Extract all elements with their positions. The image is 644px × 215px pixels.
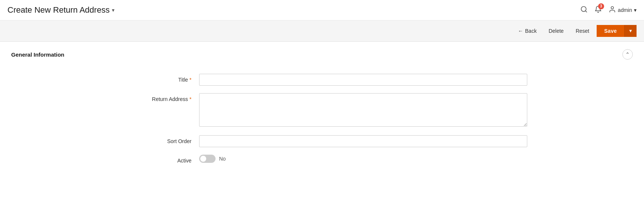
top-header: Create New Return Address ▾ 3 admin ▾ — [0, 0, 644, 20]
toggle-row: No — [199, 155, 527, 163]
save-dropdown-button[interactable]: ▼ — [624, 25, 637, 37]
section-title: General Information — [11, 51, 65, 58]
sort-order-label: Sort Order — [117, 135, 199, 144]
sort-order-row: Sort Order — [117, 135, 527, 147]
return-address-required-star: * — [189, 96, 191, 102]
title-input-wrapper — [199, 74, 527, 86]
page-title: Create New Return Address ▾ — [7, 5, 114, 15]
toolbar: ← Back Delete Reset Save ▼ — [0, 20, 644, 42]
page-title-text: Create New Return Address — [7, 5, 110, 15]
section-header: General Information ⌃ — [11, 49, 633, 63]
active-status-text: No — [219, 156, 226, 162]
page-title-dropdown-arrow[interactable]: ▾ — [112, 7, 114, 13]
form-area: Title * Return Address * Sort Order — [117, 74, 527, 164]
sort-order-input[interactable] — [199, 135, 527, 147]
svg-line-1 — [585, 10, 587, 12]
notification-badge: 3 — [598, 3, 604, 9]
back-arrow-icon: ← — [518, 28, 523, 34]
active-toggle[interactable] — [199, 155, 216, 163]
notification-bell[interactable]: 3 — [594, 6, 602, 15]
reset-button[interactable]: Reset — [571, 26, 594, 36]
collapse-icon: ⌃ — [625, 51, 630, 57]
active-row: Active No — [117, 155, 527, 164]
toggle-slider — [199, 155, 216, 163]
svg-point-2 — [611, 6, 614, 9]
title-row: Title * — [117, 74, 527, 86]
content-area: General Information ⌃ Title * Return Add… — [0, 42, 644, 178]
search-icon[interactable] — [580, 6, 588, 15]
sort-order-input-wrapper — [199, 135, 527, 147]
user-dropdown-arrow: ▾ — [634, 7, 637, 13]
save-button-group: Save ▼ — [597, 25, 637, 37]
title-required-star: * — [189, 77, 191, 83]
save-button[interactable]: Save — [597, 25, 624, 37]
header-right: 3 admin ▾ — [580, 6, 637, 15]
active-label: Active — [117, 155, 199, 164]
return-address-input[interactable] — [199, 93, 527, 127]
return-address-input-wrapper — [199, 93, 527, 128]
delete-button[interactable]: Delete — [544, 26, 568, 36]
user-icon — [609, 6, 616, 15]
active-toggle-wrapper: No — [199, 155, 527, 163]
return-address-row: Return Address * — [117, 93, 527, 128]
return-address-label: Return Address * — [117, 93, 199, 102]
collapse-section-button[interactable]: ⌃ — [622, 49, 633, 60]
title-input[interactable] — [199, 74, 527, 86]
user-menu[interactable]: admin ▾ — [609, 6, 637, 15]
user-label: admin — [618, 7, 632, 13]
title-label: Title * — [117, 74, 199, 83]
back-button[interactable]: ← Back — [513, 26, 541, 36]
